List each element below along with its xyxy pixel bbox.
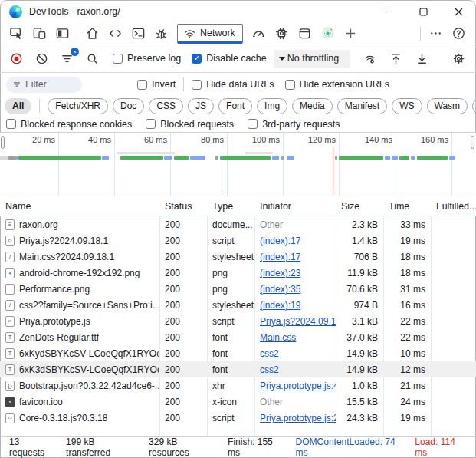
more-tools-plus-icon[interactable] [340, 25, 363, 43]
performance-gauge-icon[interactable] [248, 25, 271, 43]
throttling-select[interactable]: No throttling [274, 50, 350, 68]
column-header-type[interactable]: Type [207, 196, 254, 216]
cell: 200 [159, 297, 207, 313]
initiator-link[interactable]: (index):35 [260, 284, 300, 295]
chip-other[interactable]: Other [472, 98, 476, 114]
initiator-link[interactable]: Priya.prototype.js:4 [260, 381, 336, 391]
chip-fetch-xhr[interactable]: Fetch/XHR [48, 98, 108, 114]
chip-img[interactable]: Img [257, 98, 287, 114]
table-row[interactable]: ‹›Core-0.3.18.js?0.3.18200scriptPriya.pr… [0, 410, 476, 426]
waterfall-segment [8, 156, 17, 160]
chip-all[interactable]: All [5, 98, 31, 114]
inspect-element-icon[interactable] [5, 25, 28, 43]
initiator-link[interactable]: (index):17 [260, 252, 300, 262]
initiator-link[interactable]: (index):17 [260, 236, 300, 246]
3rd-party-requests-checkbox[interactable] [248, 119, 258, 129]
initiator-link[interactable]: Priya.js?2024.09.18 [260, 316, 336, 327]
network-settings-gear-icon[interactable] [448, 48, 468, 68]
column-header-initiator[interactable]: Initiator [254, 196, 336, 216]
initiator-link[interactable]: (index):19 [260, 300, 300, 311]
table-row[interactable]: ‹›Priya.prototype.js200scriptPriya.js?20… [0, 313, 476, 329]
initiator-link[interactable]: Priya.prototype.js:2 [260, 413, 336, 423]
initiator-link[interactable]: (index):23 [260, 268, 300, 278]
overview-handle-left[interactable] [1, 136, 5, 149]
maximize-button[interactable] [405, 0, 441, 23]
overview-handle-right[interactable] [471, 136, 474, 149]
record-network-log-icon[interactable] [6, 48, 26, 68]
dock-side-icon[interactable] [51, 25, 74, 43]
close-button[interactable] [441, 0, 476, 23]
table-row[interactable]: T6xK3dSBYKcSV-LCoeQqfX1RYOo...200fontcss… [0, 361, 476, 377]
chip-font[interactable]: Font [218, 98, 252, 114]
font-icon: T [5, 364, 15, 375]
cell: 200 [159, 377, 207, 394]
invert-label: Invert [152, 79, 176, 90]
table-row[interactable]: /Main.css?2024.09.18.1200stylesheet(inde… [0, 249, 476, 265]
filter-input[interactable] [25, 79, 74, 90]
column-header-size[interactable]: Size [336, 196, 383, 216]
disable-cache-checkbox[interactable] [192, 54, 202, 64]
chip-js[interactable]: JS [188, 98, 214, 114]
table-row[interactable]: /css2?family=Source+Sans+Pro:i...200styl… [0, 297, 476, 313]
font-icon: T [5, 332, 15, 343]
application-storage-icon[interactable] [294, 25, 317, 43]
request-name: android-chrome-192x192.png [19, 268, 140, 278]
console-tab-icon[interactable] [126, 25, 149, 43]
welcome-tab-home-icon[interactable] [80, 25, 103, 43]
help-icon[interactable] [447, 25, 470, 43]
table-row[interactable]: TZenDots-Regular.ttf200fontMain.css37.0 … [0, 329, 476, 345]
blocked-requests-checkbox[interactable] [146, 119, 156, 129]
table-row[interactable]: ‹›Priya.js?2024.09.18.1200script(index):… [0, 232, 476, 249]
memory-chip-icon[interactable] [271, 25, 294, 43]
waterfall-segment [190, 156, 205, 160]
chip-css[interactable]: CSS [149, 98, 183, 114]
timeline-gridline [58, 133, 59, 196]
waterfall-segment [385, 156, 390, 160]
filter-toggle-icon[interactable]: × [57, 48, 77, 68]
column-header-name[interactable]: Name [0, 196, 159, 216]
initiator-link[interactable]: Main.css [260, 332, 296, 343]
table-row[interactable]: ≡raxon.org200docume...Other2.3 kB33 ms [0, 216, 476, 232]
import-har-icon[interactable] [386, 48, 405, 68]
table-row[interactable]: ●android-chrome-192x192.png200png(index)… [0, 265, 476, 281]
clear-network-log-icon[interactable] [31, 48, 51, 68]
chip-ws[interactable]: WS [392, 98, 422, 114]
timeline-tick-label: 40 ms [88, 135, 111, 144]
tab-network[interactable]: Network [177, 24, 243, 44]
chip-manifest[interactable]: Manifest [337, 98, 387, 114]
table-row[interactable]: ▪favicon.ico200x-iconOther15.5 kB24 ms [0, 394, 476, 410]
network-conditions-icon[interactable] [359, 48, 379, 68]
column-header-fulfilled[interactable]: Fulfilled... [431, 196, 476, 216]
filter-input-container[interactable] [6, 77, 82, 93]
blocked-response-cookies-checkbox[interactable] [6, 119, 16, 129]
cell: stylesheet [207, 249, 254, 265]
elements-tab-code-icon[interactable] [103, 25, 126, 43]
chip-doc[interactable]: Doc [113, 98, 144, 114]
chip-media[interactable]: Media [292, 98, 333, 114]
table-row[interactable]: Performance.png200png(index):3570.6 kB31… [0, 281, 476, 297]
cell: ‹›Priya.js?2024.09.18.1 [0, 232, 159, 249]
table-row[interactable]: T6xKydSBYKcSV-LCoeQqfX1RYOo...200fontcss… [0, 345, 476, 361]
debugger-bug-icon[interactable] [149, 25, 172, 43]
extension-atom-icon[interactable] [317, 25, 340, 43]
cell: 31 ms [383, 281, 431, 297]
device-emulation-icon[interactable] [28, 25, 51, 43]
table-row[interactable]: {}Bootstrap.json?0.3.22.42ad4ce6-...200x… [0, 377, 476, 394]
minimize-button[interactable] [370, 0, 405, 23]
hide-extension-urls-checkbox[interactable] [285, 80, 295, 90]
search-icon[interactable] [82, 48, 102, 68]
column-header-time[interactable]: Time [383, 196, 431, 216]
invert-checkbox[interactable] [137, 80, 147, 90]
initiator-link[interactable]: css2 [260, 348, 279, 359]
timeline-tick-label: 80 ms [201, 135, 224, 144]
domcontentloaded-marker [222, 147, 222, 196]
hide-data-urls-checkbox[interactable] [192, 80, 202, 90]
chip-wasm[interactable]: Wasm [427, 98, 468, 114]
network-overview-timeline[interactable]: 20 ms40 ms60 ms80 ms100 ms120 ms140 ms16… [0, 132, 476, 196]
customize-ellipsis-icon[interactable] [424, 25, 447, 43]
export-har-icon[interactable] [412, 48, 432, 68]
preserve-log-checkbox[interactable] [113, 54, 123, 64]
hide-extension-urls-label: Hide extension URLs [300, 79, 389, 90]
column-header-status[interactable]: Status [159, 196, 207, 216]
initiator-link[interactable]: css2 [260, 364, 279, 375]
